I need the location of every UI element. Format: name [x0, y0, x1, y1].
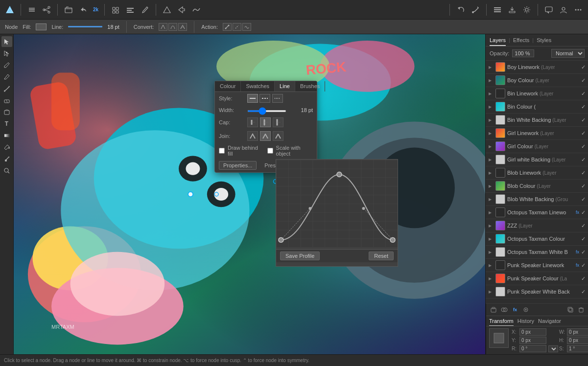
- layer-expand-icon[interactable]: ▶: [489, 131, 494, 136]
- adjustment-icon[interactable]: [521, 305, 530, 314]
- layer-expand-icon[interactable]: ▶: [489, 290, 494, 294]
- w-input[interactable]: [567, 328, 588, 336]
- layer-visible-check[interactable]: ✓: [581, 91, 586, 97]
- affinity-logo-icon[interactable]: [4, 4, 16, 16]
- layer-visible-check[interactable]: ✓: [581, 157, 586, 163]
- x-input[interactable]: [519, 328, 546, 336]
- eyedropper-tool[interactable]: [1, 154, 12, 164]
- scale-with-object-label[interactable]: Scale with object: [267, 145, 313, 157]
- brush-tool[interactable]: [1, 83, 12, 94]
- h-input[interactable]: [567, 337, 588, 344]
- layer-item[interactable]: ▶ Blob Colour (Layer ✓: [486, 180, 588, 193]
- canvas-area[interactable]: ROCK MRTAXM Colour Swatches Line Brushes…: [14, 34, 485, 354]
- layer-expand-icon[interactable]: ▶: [489, 210, 494, 215]
- history-back-icon[interactable]: [77, 4, 89, 16]
- group-icon[interactable]: [489, 305, 498, 314]
- save-profile-btn[interactable]: Save Profile: [280, 252, 320, 260]
- layer-item[interactable]: ▶ Girl Linework (Layer ✓: [486, 127, 588, 140]
- layer-item[interactable]: ▶ ZZZ (Layer ✓: [486, 219, 588, 232]
- align-left-icon[interactable]: [124, 4, 136, 16]
- pen-icon[interactable]: [139, 4, 151, 16]
- type-tool[interactable]: T: [1, 118, 12, 129]
- layer-visible-check[interactable]: ✓: [581, 104, 586, 110]
- tab-styles[interactable]: Styles: [537, 37, 551, 46]
- layer-expand-icon[interactable]: ▶: [489, 65, 494, 69]
- layer-visible-check[interactable]: ✓: [581, 262, 586, 269]
- copy-icon[interactable]: [566, 305, 575, 314]
- node-tool[interactable]: [1, 48, 12, 59]
- tab-brushes[interactable]: Brushes: [295, 81, 325, 92]
- layer-visible-check[interactable]: ✓: [581, 223, 586, 229]
- convert-smart-btn[interactable]: [178, 23, 187, 31]
- action-join-btn[interactable]: [223, 23, 232, 31]
- width-slider[interactable]: [247, 110, 286, 112]
- fill-swatch[interactable]: [36, 23, 47, 30]
- properties-btn[interactable]: Properties...: [219, 161, 257, 170]
- layer-icon[interactable]: [492, 4, 503, 16]
- r-input[interactable]: [519, 345, 546, 352]
- open-icon[interactable]: [63, 4, 74, 16]
- settings-icon[interactable]: [521, 4, 533, 16]
- brush-icon[interactable]: [470, 4, 481, 16]
- layer-expand-icon[interactable]: ▶: [489, 144, 494, 149]
- layer-visible-check[interactable]: ✓: [581, 77, 586, 84]
- comment-icon[interactable]: [543, 4, 555, 16]
- tab-navigator[interactable]: Navigator: [538, 318, 561, 326]
- cap-round-btn[interactable]: [260, 117, 271, 127]
- layer-visible-check[interactable]: ✓: [581, 289, 586, 295]
- style-dotted-btn[interactable]: [272, 94, 283, 103]
- layer-expand-icon[interactable]: ▶: [489, 184, 494, 188]
- mask-icon[interactable]: [500, 305, 509, 314]
- y-input[interactable]: [519, 337, 546, 344]
- layer-item[interactable]: ▶ Punk Speaker Linework fx ✓: [486, 259, 588, 272]
- tab-colour[interactable]: Colour: [215, 81, 241, 92]
- layer-item[interactable]: ▶ Octopus Taxman Colour ✓: [486, 232, 588, 246]
- layer-expand-icon[interactable]: ▶: [489, 171, 494, 175]
- layer-expand-icon[interactable]: ▶: [489, 78, 494, 83]
- layer-expand-icon[interactable]: ▶: [489, 276, 494, 281]
- layer-item[interactable]: ▶ Punk Speaker White Back ✓: [486, 285, 588, 298]
- layer-expand-icon[interactable]: ▶: [489, 118, 494, 122]
- pencil-tool[interactable]: [1, 71, 12, 82]
- style-solid-btn[interactable]: [247, 94, 258, 103]
- gradient-tool[interactable]: [1, 130, 12, 141]
- r-unit-select[interactable]: °: [548, 345, 558, 352]
- cap-butt-btn[interactable]: [247, 117, 258, 127]
- layer-expand-icon[interactable]: ▶: [489, 105, 494, 109]
- layer-item[interactable]: ▶ Boy Colour (Layer ✓: [486, 74, 588, 87]
- cap-square-btn[interactable]: [273, 117, 283, 127]
- pointer-tool[interactable]: [1, 36, 12, 47]
- shape-tool[interactable]: [1, 107, 12, 117]
- layer-item[interactable]: ▶ Octopus Taxman Linewo fx ✓: [486, 206, 588, 219]
- persona-icon[interactable]: [558, 4, 569, 16]
- layer-visible-check[interactable]: ✓: [581, 130, 586, 137]
- export-icon[interactable]: [506, 4, 518, 16]
- layer-visible-check[interactable]: ✓: [581, 183, 586, 189]
- blend-mode-select[interactable]: Normal Multiply Screen Overlay: [551, 49, 585, 58]
- layer-visible-check[interactable]: ✓: [581, 236, 586, 242]
- layer-item[interactable]: ▶ Blob White Backing (Grou ✓: [486, 193, 588, 206]
- scale-with-object-checkbox[interactable]: [267, 148, 273, 154]
- undo-icon[interactable]: [455, 4, 467, 16]
- join-miter-btn[interactable]: [247, 131, 258, 141]
- s-input[interactable]: [567, 345, 588, 352]
- tab-swatches[interactable]: Swatches: [241, 81, 275, 92]
- pen-tool[interactable]: [1, 60, 12, 70]
- layer-visible-check[interactable]: ✓: [581, 143, 586, 150]
- action-wave-btn[interactable]: [242, 23, 251, 31]
- tab-effects[interactable]: Effects: [513, 37, 529, 46]
- convert-cusp-btn[interactable]: [159, 23, 167, 31]
- layer-visible-check[interactable]: ✓: [581, 170, 586, 176]
- layer-visible-check[interactable]: ✓: [581, 275, 586, 282]
- triangle-icon[interactable]: [161, 4, 173, 16]
- layer-item[interactable]: ▶ Bin White Backing (Layer ✓: [486, 114, 588, 127]
- opacity-input[interactable]: [512, 49, 534, 57]
- layer-item[interactable]: ▶ Punk Speaker Colour (La ✓: [486, 272, 588, 285]
- draw-behind-fill-checkbox[interactable]: [219, 148, 225, 154]
- tab-transform[interactable]: Transform: [489, 318, 514, 326]
- arrow-left-icon[interactable]: [176, 4, 188, 16]
- fx-icon[interactable]: fx: [511, 305, 519, 314]
- layer-item[interactable]: ▶ Bin Colour ( ✓: [486, 100, 588, 114]
- join-bevel-btn[interactable]: [273, 131, 283, 141]
- reset-btn[interactable]: Reset: [369, 252, 394, 260]
